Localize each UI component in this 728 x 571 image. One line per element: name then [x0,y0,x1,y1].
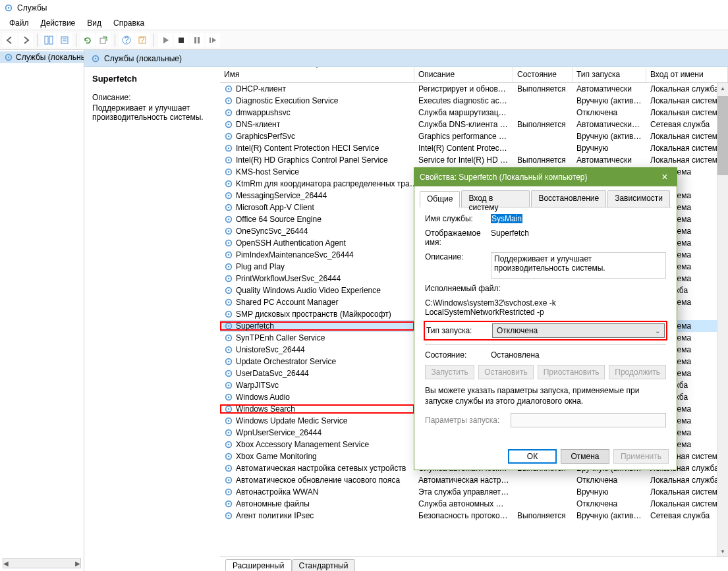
tree-pane: Службы (локальные) ◀▶ [0,50,84,571]
svg-text:?: ? [125,36,129,45]
export-button[interactable] [96,33,111,47]
service-row[interactable]: Intel(R) HD Graphics Control Panel Servi… [220,154,728,166]
help2-button[interactable]: ? [135,33,150,47]
svg-point-73 [228,396,230,398]
col-name[interactable]: ⌃Имя [220,67,414,82]
cell-desc: Служба автономных ф… [414,499,513,508]
service-name-label: Имя службы: [425,214,491,223]
menu-file[interactable]: Файл [4,17,34,29]
display-name-label: Отображаемое имя: [425,229,491,247]
col-desc[interactable]: Описание [414,67,513,82]
cell-desc: Эта служба управляет … [414,487,513,497]
params-input [511,413,666,427]
exe-path: C:\Windows\system32\svchost.exe -k Local… [425,298,666,317]
service-name: Windows Update Medic Service [236,416,347,425]
detail-title: Superfetch [92,74,212,84]
service-row[interactable]: DNS-клиентСлужба DNS-клиента (…Выполняет… [220,119,728,130]
gear-icon [224,345,233,354]
svg-point-29 [228,136,230,138]
service-row[interactable]: Автоматическое обновление часового пояса… [220,474,728,486]
restart-service-button[interactable] [206,33,220,47]
service-name: Update Orchestrator Service [236,357,336,366]
svg-point-63 [228,337,230,339]
menu-view[interactable]: Вид [82,17,107,29]
service-row[interactable]: Diagnostic Execution ServiceExecutes dia… [220,95,728,107]
svg-point-51 [228,266,230,268]
svg-point-77 [228,420,230,422]
tab-deps[interactable]: Зависимости [607,190,670,207]
service-row[interactable]: Автономные файлыСлужба автономных ф…Откл… [220,498,728,510]
gear-icon [224,179,233,188]
service-name: PimIndexMaintenanceSvc_26444 [236,250,354,259]
service-name: Plug and Play [236,262,285,271]
gear-icon [224,132,233,141]
service-row[interactable]: Intel(R) Content Protection HECI Service… [220,142,728,154]
cell-startup: Отключена [573,108,646,117]
cell-desc: Служба маршрутизац… [414,108,513,117]
svg-rect-15 [210,38,211,43]
col-startup[interactable]: Тип запуска [573,67,646,82]
startup-type-dropdown[interactable]: Отключена ⌄ [492,323,665,338]
svg-rect-13 [194,37,196,43]
tab-general[interactable]: Общие [420,191,460,207]
refresh-button[interactable] [80,33,95,47]
cell-startup: Вручную (актив… [573,132,646,141]
cancel-button[interactable]: Отмена [561,449,609,464]
col-state[interactable]: Состояние [513,67,573,82]
service-name: UserDataSvc_26444 [236,369,309,378]
service-name-value[interactable]: SysMain [491,214,522,223]
service-name: Quality Windows Audio Video Experience [236,286,381,295]
stop-service-button[interactable] [174,33,188,47]
start-button[interactable]: Запустить [425,365,474,379]
forward-button[interactable] [18,33,33,47]
cell-logon: Локальная служба [646,84,728,94]
tab-logon[interactable]: Вход в систему [461,190,530,207]
gear-icon [224,203,233,212]
show-hide-tree-button[interactable] [42,33,56,47]
start-service-button[interactable] [158,33,173,47]
desc-textbox[interactable]: Поддерживает и улучшает производительнос… [491,252,666,279]
svg-rect-12 [179,38,184,43]
tree-item-services[interactable]: Службы (локальные) [0,51,84,63]
v-scrollbar[interactable]: ▲▼ [717,83,728,557]
detail-desc-text: Поддерживает и улучшает производительнос… [92,103,212,122]
back-button[interactable] [3,33,17,47]
service-row[interactable]: dmwappushsvcСлужба маршрутизац…Отключена… [220,107,728,119]
service-row[interactable]: GraphicsPerfSvcGraphics performance …Вру… [220,130,728,142]
pause-service-button[interactable] [190,33,204,47]
tab-standard[interactable]: Стандартный [292,559,356,571]
service-row[interactable]: DHCP-клиентРегистрирует и обнов…Выполняе… [220,83,728,95]
cell-startup: Отключена [573,476,646,485]
cell-logon: Локальная система [646,144,728,153]
help-button[interactable]: ? [119,33,134,47]
ok-button[interactable]: ОК [508,449,557,464]
tree-h-scrollbar[interactable]: ◀▶ [3,558,81,568]
svg-point-83 [228,456,230,458]
service-row[interactable]: Автонастройка WWANЭта служба управляет …… [220,486,728,498]
properties-button[interactable] [57,33,72,47]
svg-point-67 [228,361,230,363]
service-row[interactable]: Агент политики IPsecБезопасность протоко… [220,510,728,522]
tree-item-label: Службы (локальные) [16,53,84,62]
gear-icon [224,238,233,248]
col-logon[interactable]: Вход от имени [646,67,728,82]
menu-help[interactable]: Справка [108,17,150,29]
tab-recovery[interactable]: Восстановление [531,190,606,207]
tab-extended[interactable]: Расширенный [225,559,292,571]
svg-point-79 [228,432,230,434]
dialog-tabs: Общие Вход в систему Восстановление Зави… [420,190,671,207]
dialog-title: Свойства: Superfetch (Локальный компьюте… [420,173,588,182]
svg-rect-7 [100,38,105,43]
svg-point-23 [228,100,230,102]
cell-logon: Локальная система [646,499,728,508]
svg-point-85 [228,468,230,470]
menu-action[interactable]: Действие [36,17,81,29]
cell-startup: Автоматически… [573,120,646,129]
close-icon[interactable]: × [658,171,671,184]
apply-button: Применить [613,449,669,464]
svg-point-87 [228,479,230,481]
dialog-titlebar[interactable]: Свойства: Superfetch (Локальный компьюте… [414,168,677,186]
startup-type-value: Отключена [497,326,538,335]
desc-label: Описание: [425,252,491,261]
service-name: Windows Audio [236,393,290,402]
